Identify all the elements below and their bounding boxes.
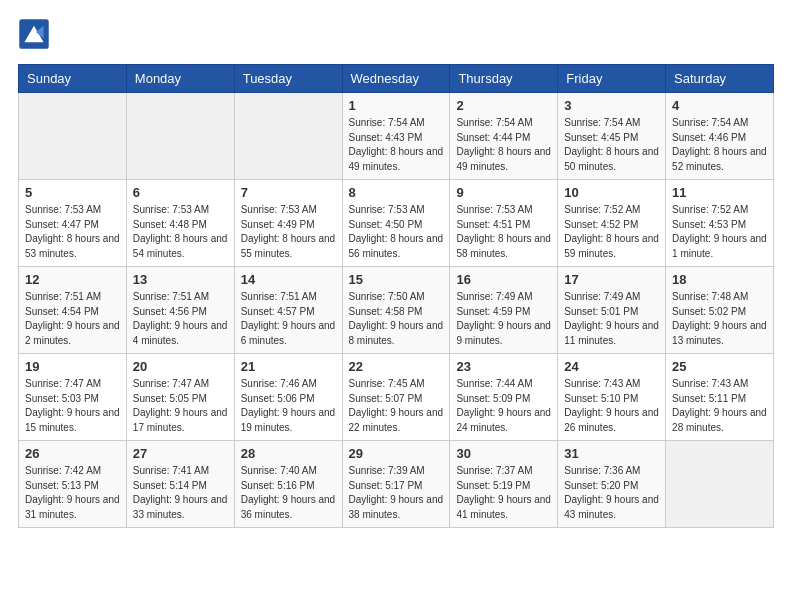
- calendar-cell: 28Sunrise: 7:40 AM Sunset: 5:16 PM Dayli…: [234, 441, 342, 528]
- calendar-cell: 14Sunrise: 7:51 AM Sunset: 4:57 PM Dayli…: [234, 267, 342, 354]
- day-info: Sunrise: 7:53 AM Sunset: 4:49 PM Dayligh…: [241, 203, 336, 261]
- day-number: 13: [133, 272, 228, 287]
- calendar-cell: 24Sunrise: 7:43 AM Sunset: 5:10 PM Dayli…: [558, 354, 666, 441]
- day-info: Sunrise: 7:51 AM Sunset: 4:54 PM Dayligh…: [25, 290, 120, 348]
- day-info: Sunrise: 7:43 AM Sunset: 5:10 PM Dayligh…: [564, 377, 659, 435]
- week-row-0: 1Sunrise: 7:54 AM Sunset: 4:43 PM Daylig…: [19, 93, 774, 180]
- day-info: Sunrise: 7:47 AM Sunset: 5:05 PM Dayligh…: [133, 377, 228, 435]
- logo-area: [18, 18, 52, 50]
- page: SundayMondayTuesdayWednesdayThursdayFrid…: [0, 0, 792, 546]
- day-info: Sunrise: 7:54 AM Sunset: 4:43 PM Dayligh…: [349, 116, 444, 174]
- calendar-cell: 21Sunrise: 7:46 AM Sunset: 5:06 PM Dayli…: [234, 354, 342, 441]
- calendar-cell: 31Sunrise: 7:36 AM Sunset: 5:20 PM Dayli…: [558, 441, 666, 528]
- weekday-thursday: Thursday: [450, 65, 558, 93]
- day-info: Sunrise: 7:40 AM Sunset: 5:16 PM Dayligh…: [241, 464, 336, 522]
- calendar-cell: 11Sunrise: 7:52 AM Sunset: 4:53 PM Dayli…: [666, 180, 774, 267]
- calendar-cell: 25Sunrise: 7:43 AM Sunset: 5:11 PM Dayli…: [666, 354, 774, 441]
- day-number: 3: [564, 98, 659, 113]
- day-info: Sunrise: 7:48 AM Sunset: 5:02 PM Dayligh…: [672, 290, 767, 348]
- day-info: Sunrise: 7:53 AM Sunset: 4:51 PM Dayligh…: [456, 203, 551, 261]
- day-number: 26: [25, 446, 120, 461]
- day-number: 18: [672, 272, 767, 287]
- day-number: 31: [564, 446, 659, 461]
- day-number: 2: [456, 98, 551, 113]
- day-number: 7: [241, 185, 336, 200]
- weekday-saturday: Saturday: [666, 65, 774, 93]
- day-info: Sunrise: 7:54 AM Sunset: 4:46 PM Dayligh…: [672, 116, 767, 174]
- weekday-tuesday: Tuesday: [234, 65, 342, 93]
- day-number: 15: [349, 272, 444, 287]
- day-info: Sunrise: 7:36 AM Sunset: 5:20 PM Dayligh…: [564, 464, 659, 522]
- calendar-cell: [666, 441, 774, 528]
- day-number: 10: [564, 185, 659, 200]
- weekday-friday: Friday: [558, 65, 666, 93]
- day-number: 17: [564, 272, 659, 287]
- day-info: Sunrise: 7:52 AM Sunset: 4:52 PM Dayligh…: [564, 203, 659, 261]
- calendar-cell: 15Sunrise: 7:50 AM Sunset: 4:58 PM Dayli…: [342, 267, 450, 354]
- day-number: 16: [456, 272, 551, 287]
- day-info: Sunrise: 7:47 AM Sunset: 5:03 PM Dayligh…: [25, 377, 120, 435]
- day-info: Sunrise: 7:54 AM Sunset: 4:45 PM Dayligh…: [564, 116, 659, 174]
- calendar-cell: [19, 93, 127, 180]
- day-info: Sunrise: 7:51 AM Sunset: 4:56 PM Dayligh…: [133, 290, 228, 348]
- calendar-cell: 17Sunrise: 7:49 AM Sunset: 5:01 PM Dayli…: [558, 267, 666, 354]
- calendar-cell: 26Sunrise: 7:42 AM Sunset: 5:13 PM Dayli…: [19, 441, 127, 528]
- day-info: Sunrise: 7:53 AM Sunset: 4:47 PM Dayligh…: [25, 203, 120, 261]
- calendar-cell: 19Sunrise: 7:47 AM Sunset: 5:03 PM Dayli…: [19, 354, 127, 441]
- calendar-cell: 5Sunrise: 7:53 AM Sunset: 4:47 PM Daylig…: [19, 180, 127, 267]
- logo-icon: [18, 18, 50, 50]
- calendar-cell: 2Sunrise: 7:54 AM Sunset: 4:44 PM Daylig…: [450, 93, 558, 180]
- day-number: 14: [241, 272, 336, 287]
- day-number: 30: [456, 446, 551, 461]
- day-info: Sunrise: 7:51 AM Sunset: 4:57 PM Dayligh…: [241, 290, 336, 348]
- day-info: Sunrise: 7:37 AM Sunset: 5:19 PM Dayligh…: [456, 464, 551, 522]
- calendar-cell: 4Sunrise: 7:54 AM Sunset: 4:46 PM Daylig…: [666, 93, 774, 180]
- week-row-2: 12Sunrise: 7:51 AM Sunset: 4:54 PM Dayli…: [19, 267, 774, 354]
- calendar-cell: 18Sunrise: 7:48 AM Sunset: 5:02 PM Dayli…: [666, 267, 774, 354]
- day-info: Sunrise: 7:46 AM Sunset: 5:06 PM Dayligh…: [241, 377, 336, 435]
- day-info: Sunrise: 7:39 AM Sunset: 5:17 PM Dayligh…: [349, 464, 444, 522]
- day-number: 22: [349, 359, 444, 374]
- weekday-wednesday: Wednesday: [342, 65, 450, 93]
- day-number: 24: [564, 359, 659, 374]
- calendar-table: SundayMondayTuesdayWednesdayThursdayFrid…: [18, 64, 774, 528]
- day-number: 8: [349, 185, 444, 200]
- day-number: 5: [25, 185, 120, 200]
- weekday-header-row: SundayMondayTuesdayWednesdayThursdayFrid…: [19, 65, 774, 93]
- day-number: 1: [349, 98, 444, 113]
- day-number: 12: [25, 272, 120, 287]
- day-number: 6: [133, 185, 228, 200]
- calendar-cell: 20Sunrise: 7:47 AM Sunset: 5:05 PM Dayli…: [126, 354, 234, 441]
- day-info: Sunrise: 7:53 AM Sunset: 4:50 PM Dayligh…: [349, 203, 444, 261]
- day-number: 27: [133, 446, 228, 461]
- calendar-cell: 8Sunrise: 7:53 AM Sunset: 4:50 PM Daylig…: [342, 180, 450, 267]
- calendar-cell: 22Sunrise: 7:45 AM Sunset: 5:07 PM Dayli…: [342, 354, 450, 441]
- weekday-sunday: Sunday: [19, 65, 127, 93]
- day-number: 9: [456, 185, 551, 200]
- weekday-monday: Monday: [126, 65, 234, 93]
- calendar-cell: 30Sunrise: 7:37 AM Sunset: 5:19 PM Dayli…: [450, 441, 558, 528]
- calendar-cell: 23Sunrise: 7:44 AM Sunset: 5:09 PM Dayli…: [450, 354, 558, 441]
- day-number: 20: [133, 359, 228, 374]
- day-info: Sunrise: 7:41 AM Sunset: 5:14 PM Dayligh…: [133, 464, 228, 522]
- day-info: Sunrise: 7:52 AM Sunset: 4:53 PM Dayligh…: [672, 203, 767, 261]
- calendar-cell: 27Sunrise: 7:41 AM Sunset: 5:14 PM Dayli…: [126, 441, 234, 528]
- day-info: Sunrise: 7:50 AM Sunset: 4:58 PM Dayligh…: [349, 290, 444, 348]
- day-info: Sunrise: 7:45 AM Sunset: 5:07 PM Dayligh…: [349, 377, 444, 435]
- day-number: 19: [25, 359, 120, 374]
- calendar-cell: 10Sunrise: 7:52 AM Sunset: 4:52 PM Dayli…: [558, 180, 666, 267]
- calendar-cell: 7Sunrise: 7:53 AM Sunset: 4:49 PM Daylig…: [234, 180, 342, 267]
- day-number: 28: [241, 446, 336, 461]
- week-row-4: 26Sunrise: 7:42 AM Sunset: 5:13 PM Dayli…: [19, 441, 774, 528]
- calendar-cell: 29Sunrise: 7:39 AM Sunset: 5:17 PM Dayli…: [342, 441, 450, 528]
- day-number: 4: [672, 98, 767, 113]
- day-info: Sunrise: 7:54 AM Sunset: 4:44 PM Dayligh…: [456, 116, 551, 174]
- calendar-cell: [234, 93, 342, 180]
- calendar-cell: 13Sunrise: 7:51 AM Sunset: 4:56 PM Dayli…: [126, 267, 234, 354]
- calendar-cell: 12Sunrise: 7:51 AM Sunset: 4:54 PM Dayli…: [19, 267, 127, 354]
- day-info: Sunrise: 7:49 AM Sunset: 4:59 PM Dayligh…: [456, 290, 551, 348]
- day-info: Sunrise: 7:49 AM Sunset: 5:01 PM Dayligh…: [564, 290, 659, 348]
- day-number: 11: [672, 185, 767, 200]
- day-number: 21: [241, 359, 336, 374]
- calendar-cell: [126, 93, 234, 180]
